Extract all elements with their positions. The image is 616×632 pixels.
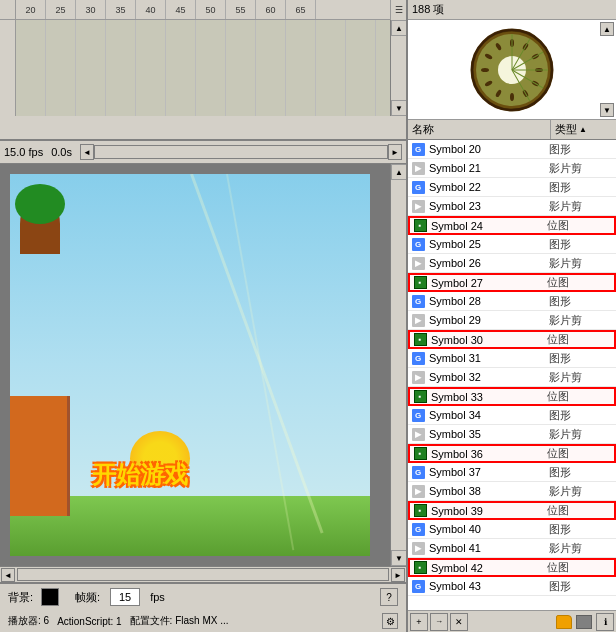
lib-item-name: Symbol 22 bbox=[429, 181, 549, 193]
list-item[interactable]: ▪Symbol 33位图 bbox=[408, 387, 616, 406]
bitmap-icon: ▪ bbox=[412, 332, 428, 348]
lib-item-type: 影片剪 bbox=[549, 161, 614, 176]
list-item[interactable]: GSymbol 22图形 bbox=[408, 178, 616, 197]
lib-item-type: 影片剪 bbox=[549, 541, 614, 556]
list-item[interactable]: ▶Symbol 41影片剪 bbox=[408, 539, 616, 558]
lib-item-name: Symbol 35 bbox=[429, 428, 549, 440]
preview-scroll-up[interactable]: ▲ bbox=[600, 22, 614, 36]
bg-label: 背景: bbox=[8, 590, 33, 605]
list-item[interactable]: ▪Symbol 27位图 bbox=[408, 273, 616, 292]
list-item[interactable]: ▪Symbol 30位图 bbox=[408, 330, 616, 349]
movie-icon: ▶ bbox=[410, 483, 426, 499]
graphic-icon: G bbox=[410, 464, 426, 480]
bitmap-icon: ▪ bbox=[412, 446, 428, 462]
lib-item-type: 位图 bbox=[547, 560, 612, 575]
help-button[interactable]: ? bbox=[380, 588, 398, 606]
lib-item-name: Symbol 32 bbox=[429, 371, 549, 383]
list-item[interactable]: GSymbol 28图形 bbox=[408, 292, 616, 311]
stage-hscroll-right[interactable]: ► bbox=[391, 568, 405, 582]
lib-item-name: Symbol 30 bbox=[431, 334, 547, 346]
lib-item-name: Symbol 40 bbox=[429, 523, 549, 535]
preview-scroll-down[interactable]: ▼ bbox=[600, 103, 614, 117]
list-item[interactable]: ▶Symbol 32影片剪 bbox=[408, 368, 616, 387]
frame-input[interactable] bbox=[110, 588, 140, 606]
lib-info-btn[interactable]: ℹ bbox=[596, 613, 614, 631]
bg-color-swatch[interactable] bbox=[41, 588, 59, 606]
lib-item-type: 图形 bbox=[549, 294, 614, 309]
lib-delete-btn[interactable]: ✕ bbox=[450, 613, 468, 631]
list-item[interactable]: ▪Symbol 36位图 bbox=[408, 444, 616, 463]
bitmap-icon: ▪ bbox=[412, 389, 428, 405]
lib-item-name: Symbol 41 bbox=[429, 542, 549, 554]
fps-unit: fps bbox=[150, 591, 165, 603]
lib-item-name: Symbol 26 bbox=[429, 257, 549, 269]
list-item[interactable]: ▶Symbol 23影片剪 bbox=[408, 197, 616, 216]
list-item[interactable]: ▶Symbol 35影片剪 bbox=[408, 425, 616, 444]
movie-icon: ▶ bbox=[410, 160, 426, 176]
list-item[interactable]: ▪Symbol 39位图 bbox=[408, 501, 616, 520]
scroll-up-btn[interactable]: ▲ bbox=[391, 20, 406, 36]
game-text: 开始游戏 bbox=[92, 459, 188, 491]
library-preview: ▲ ▼ bbox=[408, 20, 616, 120]
col-type-header[interactable]: 类型 ▲ bbox=[551, 120, 616, 139]
lib-item-name: Symbol 20 bbox=[429, 143, 549, 155]
graphic-icon: G bbox=[410, 521, 426, 537]
lib-item-name: Symbol 29 bbox=[429, 314, 549, 326]
list-item[interactable]: ▶Symbol 38影片剪 bbox=[408, 482, 616, 501]
bitmap-icon: ▪ bbox=[412, 218, 428, 234]
scroll-down-btn[interactable]: ▼ bbox=[391, 100, 406, 116]
stage-scroll-up[interactable]: ▲ bbox=[391, 164, 406, 180]
lib-item-type: 位图 bbox=[547, 332, 612, 347]
stage-vscroll[interactable]: ▲ ▼ bbox=[390, 164, 406, 566]
lib-item-name: Symbol 24 bbox=[431, 220, 547, 232]
lib-folder-icon bbox=[556, 615, 572, 629]
lib-add-btn[interactable]: + bbox=[410, 613, 428, 631]
kiwi-preview bbox=[470, 28, 554, 112]
list-item[interactable]: ▶Symbol 21影片剪 bbox=[408, 159, 616, 178]
list-item[interactable]: GSymbol 20图形 bbox=[408, 140, 616, 159]
stage-scroll-down[interactable]: ▼ bbox=[391, 550, 406, 566]
stage-hscroll-left[interactable]: ◄ bbox=[1, 568, 15, 582]
lib-item-type: 位图 bbox=[547, 275, 612, 290]
list-item[interactable]: GSymbol 34图形 bbox=[408, 406, 616, 425]
list-item[interactable]: GSymbol 31图形 bbox=[408, 349, 616, 368]
timeline-hscroll[interactable] bbox=[94, 145, 388, 159]
lib-item-type: 影片剪 bbox=[549, 427, 614, 442]
list-item[interactable]: ▶Symbol 26影片剪 bbox=[408, 254, 616, 273]
graphic-icon: G bbox=[410, 236, 426, 252]
col-name-header[interactable]: 名称 bbox=[408, 120, 551, 139]
lib-item-type: 位图 bbox=[547, 218, 612, 233]
movie-icon: ▶ bbox=[410, 540, 426, 556]
lib-item-type: 影片剪 bbox=[549, 256, 614, 271]
lib-item-name: Symbol 31 bbox=[429, 352, 549, 364]
actionscript-label: ActionScript: 1 bbox=[57, 616, 121, 627]
lib-properties-btn[interactable]: → bbox=[430, 613, 448, 631]
lib-film-icon bbox=[576, 615, 592, 629]
timeline-vscroll[interactable]: ▲ ▼ bbox=[390, 20, 406, 116]
list-item[interactable]: GSymbol 37图形 bbox=[408, 463, 616, 482]
lib-item-name: Symbol 43 bbox=[429, 580, 549, 592]
timeline-ruler: 20 25 30 35 40 45 50 55 60 65 bbox=[0, 0, 406, 20]
library-list[interactable]: GSymbol 20图形▶Symbol 21影片剪GSymbol 22图形▶Sy… bbox=[408, 140, 616, 610]
list-item[interactable]: ▪Symbol 24位图 bbox=[408, 216, 616, 235]
library-columns: 名称 类型 ▲ bbox=[408, 120, 616, 140]
stage-hscroll[interactable]: ◄ ► bbox=[0, 566, 406, 582]
scroll-right-btn[interactable]: ► bbox=[388, 144, 402, 160]
movie-icon: ▶ bbox=[410, 369, 426, 385]
timeline-menu-icon[interactable]: ☰ bbox=[390, 0, 406, 20]
settings-icon[interactable]: ⚙ bbox=[382, 613, 398, 629]
list-item[interactable]: ▪Symbol 42位图 bbox=[408, 558, 616, 577]
svg-point-10 bbox=[510, 93, 514, 101]
lib-item-name: Symbol 42 bbox=[431, 562, 547, 574]
list-item[interactable]: GSymbol 25图形 bbox=[408, 235, 616, 254]
scroll-left-btn[interactable]: ◄ bbox=[80, 144, 94, 160]
lib-item-name: Symbol 39 bbox=[431, 505, 547, 517]
bitmap-icon: ▪ bbox=[412, 560, 428, 576]
list-item[interactable]: ▶Symbol 29影片剪 bbox=[408, 311, 616, 330]
movie-icon: ▶ bbox=[410, 255, 426, 271]
lib-item-type: 影片剪 bbox=[549, 199, 614, 214]
list-item[interactable]: GSymbol 43图形 bbox=[408, 577, 616, 596]
list-item[interactable]: GSymbol 40图形 bbox=[408, 520, 616, 539]
graphic-icon: G bbox=[410, 179, 426, 195]
lib-item-type: 图形 bbox=[549, 465, 614, 480]
